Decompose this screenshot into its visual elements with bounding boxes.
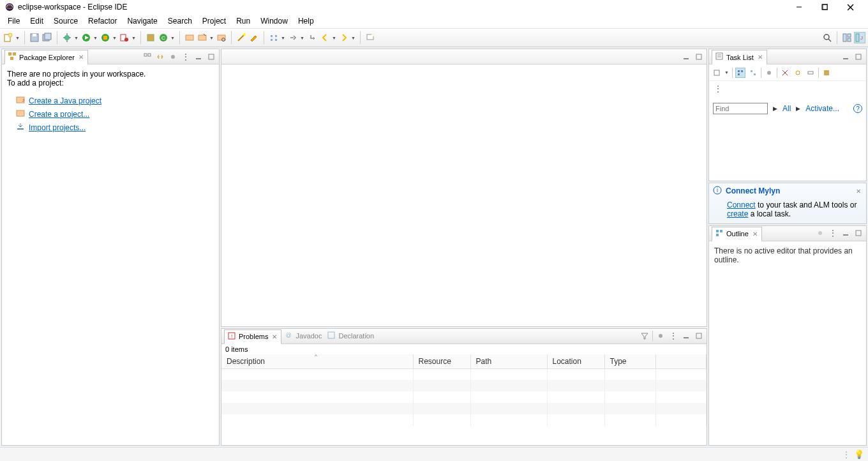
col-resource[interactable]: Resource <box>413 354 470 369</box>
minimize-view-icon[interactable] <box>681 331 691 341</box>
menu-help[interactable]: Help <box>293 15 319 27</box>
all-filter-link[interactable]: All <box>782 104 791 113</box>
maximize-button[interactable] <box>812 1 837 13</box>
open-task-icon[interactable] <box>197 32 208 43</box>
close-button[interactable] <box>837 1 863 13</box>
view-menu-icon[interactable]: ⋮ <box>828 228 838 238</box>
import-projects-link[interactable]: Import projects... <box>29 123 86 132</box>
wand-icon[interactable] <box>236 32 247 43</box>
view-menu-icon[interactable]: ⋮ <box>181 52 191 62</box>
focus-task-icon[interactable] <box>168 52 178 62</box>
menu-refactor[interactable]: Refactor <box>83 15 122 27</box>
collapse-all-icon[interactable] <box>142 52 153 62</box>
maximize-view-icon[interactable] <box>694 331 704 341</box>
run-last-dropdown[interactable]: ▼ <box>131 36 137 40</box>
collapse-icon[interactable] <box>805 68 816 78</box>
open-perspective-icon[interactable] <box>841 32 853 43</box>
focus-icon[interactable] <box>655 331 666 341</box>
scheduled-icon[interactable] <box>748 68 758 78</box>
nav-back-icon[interactable] <box>319 32 331 43</box>
menu-project[interactable]: Project <box>197 15 231 27</box>
toggle-breadcrumb-dropdown[interactable]: ▼ <box>281 36 286 40</box>
coverage-icon[interactable] <box>100 32 111 43</box>
step-return-icon[interactable] <box>306 32 318 43</box>
run-icon[interactable] <box>80 32 92 43</box>
package-explorer-tab[interactable]: Package Explorer ✕ <box>4 50 88 64</box>
col-description[interactable]: Description^ <box>221 354 413 369</box>
debug-icon[interactable] <box>61 32 73 43</box>
new-package-icon[interactable] <box>145 32 156 43</box>
minimize-button[interactable] <box>786 1 812 13</box>
nav-back-dropdown[interactable]: ▼ <box>332 36 337 40</box>
maximize-view-icon[interactable] <box>853 228 864 238</box>
mylyn-connect-link[interactable]: Connect <box>727 200 756 209</box>
editor-body[interactable] <box>221 64 707 326</box>
new-class-icon[interactable]: C <box>158 32 169 43</box>
minimize-view-icon[interactable] <box>841 228 851 238</box>
maximize-view-icon[interactable] <box>853 52 864 62</box>
menu-navigate[interactable]: Navigate <box>122 15 162 27</box>
paint-icon[interactable] <box>248 32 260 43</box>
new-icon[interactable] <box>3 32 14 43</box>
task-list-tab[interactable]: Task List ✕ <box>712 50 767 64</box>
maximize-view-icon[interactable] <box>206 52 216 62</box>
chevron-right-icon[interactable]: ▶ <box>796 105 800 112</box>
tab-problems[interactable]: ! Problems ✕ <box>224 329 281 344</box>
col-type[interactable]: Type <box>604 354 655 369</box>
minimize-view-icon[interactable] <box>193 52 204 62</box>
col-location[interactable]: Location <box>547 354 604 369</box>
close-tab-icon[interactable]: ✕ <box>271 333 278 340</box>
new-task-dropdown[interactable]: ▼ <box>724 70 730 75</box>
close-tab-icon[interactable]: ✕ <box>77 54 85 61</box>
new-class-dropdown[interactable]: ▼ <box>170 36 176 40</box>
step-icon[interactable] <box>287 32 299 43</box>
find-input[interactable] <box>713 103 768 114</box>
run-last-icon[interactable] <box>119 32 130 43</box>
step-dropdown[interactable]: ▼ <box>300 36 305 40</box>
outline-tab[interactable]: Outline ✕ <box>712 227 762 241</box>
save-all-icon[interactable] <box>41 32 53 43</box>
search-task-icon[interactable] <box>216 32 227 43</box>
toggle-breadcrumb-icon[interactable] <box>268 32 280 43</box>
debug-dropdown[interactable]: ▼ <box>74 36 79 40</box>
new-dropdown[interactable]: ▼ <box>15 36 20 40</box>
java-perspective-icon[interactable]: J <box>854 32 865 43</box>
menu-search[interactable]: Search <box>163 15 197 27</box>
save-icon[interactable] <box>29 32 40 43</box>
activate-link[interactable]: Activate... <box>805 104 839 113</box>
menu-run[interactable]: Run <box>231 15 255 27</box>
open-type-icon[interactable] <box>184 32 195 43</box>
close-mylyn-icon[interactable]: ✕ <box>855 188 862 195</box>
categorized-icon[interactable] <box>735 68 745 78</box>
col-path[interactable]: Path <box>470 354 547 369</box>
create-java-project-link[interactable]: Create a Java project <box>29 96 101 105</box>
run-dropdown[interactable]: ▼ <box>93 36 98 40</box>
tip-bulb-icon[interactable]: 💡 <box>854 450 864 459</box>
tab-declaration[interactable]: Declaration <box>324 329 377 343</box>
maximize-editor-icon[interactable] <box>694 52 704 62</box>
new-task-icon[interactable] <box>712 68 722 78</box>
help-icon[interactable]: ? <box>853 104 862 113</box>
status-menu-icon[interactable]: ⋮ <box>842 450 850 459</box>
nav-fwd-dropdown[interactable]: ▼ <box>351 36 356 40</box>
coverage-dropdown[interactable]: ▼ <box>112 36 117 40</box>
open-task-dropdown[interactable]: ▼ <box>209 36 214 40</box>
view-menu-icon[interactable]: ⋮ <box>668 331 678 341</box>
quick-access-icon[interactable] <box>821 32 833 43</box>
task-presentation-icon[interactable] <box>821 68 832 78</box>
nav-fwd-icon[interactable] <box>338 32 350 43</box>
view-menu-icon[interactable]: ⋮ <box>713 84 723 94</box>
minimize-editor-icon[interactable] <box>681 52 691 62</box>
menu-window[interactable]: Window <box>255 15 293 27</box>
tab-javadoc[interactable]: @ Javadoc <box>281 329 324 343</box>
filter-icon[interactable] <box>640 331 650 341</box>
menu-source[interactable]: Source <box>49 15 83 27</box>
chevron-right-icon[interactable]: ▶ <box>773 105 777 112</box>
close-tab-icon[interactable]: ✕ <box>751 230 759 238</box>
sync-icon[interactable] <box>793 68 803 78</box>
hide-icon[interactable] <box>780 68 790 78</box>
pin-editor-icon[interactable] <box>364 32 376 43</box>
menu-file[interactable]: File <box>3 15 25 27</box>
focus-icon[interactable] <box>815 228 825 238</box>
close-tab-icon[interactable]: ✕ <box>756 54 764 61</box>
